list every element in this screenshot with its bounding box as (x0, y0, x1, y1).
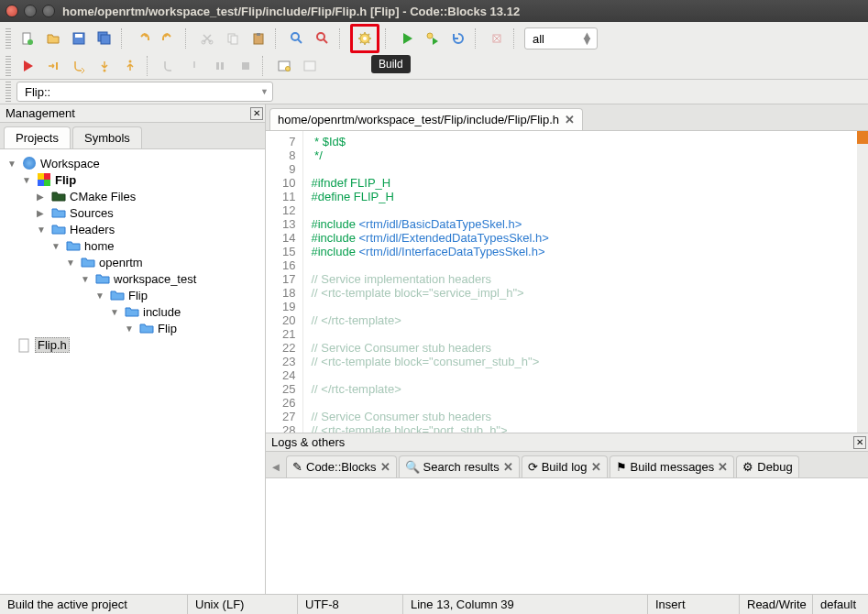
folder-icon (51, 222, 66, 236)
flag-icon: ⚑ (616, 460, 627, 474)
project-icon (37, 172, 51, 187)
logs-tab-build-messages[interactable]: ⚑Build messages✕ (610, 455, 735, 477)
logs-tab-label: Build messages (631, 460, 715, 474)
editor-scrollbar[interactable] (857, 131, 868, 433)
status-rw: Read/Write (740, 595, 813, 614)
tab-projects[interactable]: Projects (4, 126, 71, 148)
svg-rect-22 (221, 62, 224, 70)
tree-folder-item[interactable]: ▼Flip (2, 320, 263, 336)
tree-item-label: Flip (158, 322, 177, 335)
logs-tab-build-log[interactable]: ⟳Build log✕ (522, 455, 608, 477)
tree-folder-item[interactable]: ▼home (2, 237, 263, 254)
management-close-button[interactable]: ✕ (250, 107, 263, 120)
status-hint: Build the active project (0, 595, 188, 614)
scope-value: Flip:: (25, 85, 50, 99)
folder-icon (81, 255, 95, 269)
workspace-icon (22, 156, 37, 170)
editor-tab-close-button[interactable]: ✕ (565, 113, 575, 126)
tree-folder-item[interactable]: ▼include (2, 303, 263, 320)
undo-button[interactable] (132, 27, 154, 49)
logs-tab-code-blocks[interactable]: ✎Code::Blocks✕ (286, 455, 397, 477)
project-tree[interactable]: ▼Workspace▼Flip▶CMake Files▶Sources▼Head… (0, 149, 265, 594)
toolbar-area: all ▲▼ (0, 22, 868, 80)
step-out-button[interactable] (119, 55, 141, 77)
new-file-button[interactable] (16, 27, 38, 49)
editor-tab[interactable]: home/openrtm/workspace_test/Flip/include… (269, 108, 583, 130)
open-button[interactable] (42, 27, 64, 49)
search-icon: 🔍 (405, 460, 420, 474)
save-all-button[interactable] (93, 27, 115, 49)
svg-rect-5 (101, 35, 110, 44)
logs-tab-debug[interactable]: ⚙Debug (736, 455, 798, 477)
tree-item-label: workspace_test (114, 272, 196, 286)
run-to-cursor-button[interactable] (42, 55, 64, 77)
tree-folder-item[interactable]: ▶CMake Files (2, 188, 263, 204)
logs-tab-close-button[interactable]: ✕ (380, 460, 390, 474)
tree-file-item[interactable]: Flip.h (2, 336, 263, 354)
paste-button[interactable] (247, 27, 269, 49)
tree-folder-item[interactable]: ▼Headers (2, 221, 263, 237)
management-panel: Management ✕ Projects Symbols ▼Workspace… (0, 104, 266, 594)
build-run-button[interactable] (422, 27, 444, 49)
window-minimize-button[interactable] (24, 5, 37, 17)
scope-bar: Flip:: ▼ (0, 80, 868, 104)
next-instr-button[interactable] (158, 55, 180, 77)
stop-button[interactable] (235, 55, 257, 77)
tree-folder-item[interactable]: ▼Flip (2, 171, 263, 188)
toolbar-grip[interactable] (5, 28, 11, 49)
svg-rect-26 (304, 61, 315, 71)
editor[interactable]: 7891011121314151617181920212223242526272… (266, 131, 868, 433)
window-close-button[interactable] (5, 5, 18, 17)
step-into-instr-button[interactable] (183, 55, 205, 77)
replace-button[interactable] (312, 27, 334, 49)
tree-folder-item[interactable]: ▼Flip (2, 287, 263, 303)
logs-content[interactable] (266, 478, 868, 594)
scope-select[interactable]: Flip:: ▼ (16, 82, 273, 102)
svg-rect-9 (231, 36, 237, 44)
tree-folder-item[interactable]: ▼openrtm (2, 254, 263, 270)
tree-item-label: CMake Files (70, 190, 136, 203)
tree-item-label: Flip (128, 289, 148, 302)
svg-point-15 (363, 37, 367, 40)
build-button-highlight (350, 24, 379, 53)
logs-tab-close-button[interactable]: ✕ (503, 460, 513, 474)
copy-button[interactable] (222, 27, 244, 49)
find-button[interactable] (286, 27, 308, 49)
tree-folder-item[interactable]: ▼Workspace (2, 155, 263, 171)
toolbar-grip[interactable] (5, 82, 11, 102)
svg-rect-3 (75, 34, 82, 38)
break-button[interactable] (209, 55, 231, 77)
debug-windows-button[interactable] (273, 55, 295, 77)
tree-item-label: include (143, 305, 181, 319)
window-maximize-button[interactable] (42, 5, 55, 17)
target-spinner[interactable]: ▲▼ (581, 33, 593, 44)
tab-symbols[interactable]: Symbols (72, 126, 142, 148)
tree-folder-item[interactable]: ▼workspace_test (2, 270, 263, 287)
save-button[interactable] (68, 27, 90, 49)
toolbar-grip[interactable] (5, 56, 11, 76)
editor-gutter: 7891011121314151617181920212223242526272… (266, 131, 302, 433)
debug-continue-button[interactable] (16, 55, 38, 77)
svg-point-25 (286, 67, 291, 71)
gear-icon: ⚙ (742, 460, 753, 474)
abort-button[interactable] (486, 27, 508, 49)
logs-close-button[interactable]: ✕ (853, 436, 866, 449)
rebuild-button[interactable] (447, 27, 469, 49)
file-icon (16, 338, 31, 353)
logs-tab-search-results[interactable]: 🔍Search results✕ (399, 455, 520, 477)
logs-tabs-prev-button[interactable]: ◄ (268, 460, 284, 474)
step-into-button[interactable] (93, 55, 115, 77)
cut-button[interactable] (196, 27, 218, 49)
tree-folder-item[interactable]: ▶Sources (2, 204, 263, 221)
build-target-select[interactable]: all ▲▼ (524, 27, 598, 49)
editor-code[interactable]: * $Id$ */#ifndef FLIP_H#define FLIP_H#in… (302, 131, 555, 433)
redo-button[interactable] (158, 27, 180, 49)
logs-tab-close-button[interactable]: ✕ (591, 460, 601, 474)
run-button[interactable] (396, 27, 418, 49)
info-button[interactable] (299, 55, 321, 77)
logs-tab-close-button[interactable]: ✕ (718, 460, 728, 474)
svg-point-20 (129, 60, 132, 63)
next-line-button[interactable] (68, 55, 90, 77)
build-button[interactable] (354, 27, 376, 49)
tree-item-label: Headers (70, 223, 115, 236)
